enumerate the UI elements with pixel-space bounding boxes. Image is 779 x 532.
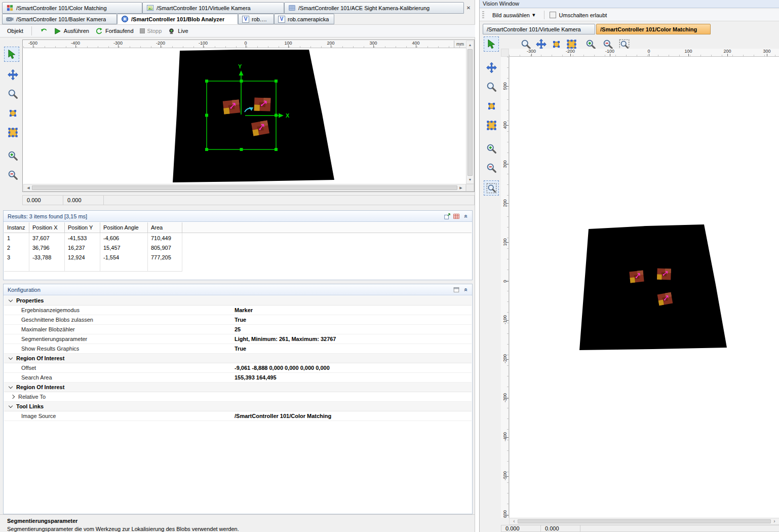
- stop-button[interactable]: Stopp: [140, 28, 162, 34]
- select-image-dropdown[interactable]: Bild auswählen ▾: [489, 10, 539, 20]
- vw-zoom-in-tool-button[interactable]: [485, 142, 498, 155]
- vw-zoom-out-tool-button[interactable]: [485, 161, 498, 174]
- toggle-allowed-checkbox[interactable]: [550, 12, 556, 18]
- column-header: Area: [148, 222, 182, 233]
- vw-hscrollbar[interactable]: ‹ ›: [509, 518, 779, 525]
- results-row-1[interactable]: 1 37,607 -41,533 -4,606 710,449: [4, 233, 472, 243]
- status-spacer: [104, 196, 474, 205]
- ruler-tick: 300: [502, 160, 508, 168]
- configuration-panel-header[interactable]: Konfiguration »: [4, 284, 472, 295]
- live-button[interactable]: Live: [168, 27, 188, 35]
- group-region-of-interest-2[interactable]: Region Of Interest: [4, 383, 472, 392]
- tab-rob-camerapicka[interactable]: V rob.camerapicka: [274, 14, 334, 24]
- property-value[interactable]: True: [235, 346, 246, 352]
- ruler-tick: 300: [763, 49, 770, 54]
- results-collapse-button[interactable]: »: [461, 212, 470, 221]
- tab-color-matching[interactable]: /SmartController 101/Color Matching: [2, 2, 142, 14]
- vw-roi-large-tool-button[interactable]: [485, 119, 498, 132]
- tab-virtuelle-kamera[interactable]: /SmartController 101/Virtuelle Kamera: [142, 2, 284, 14]
- cell: 12,924: [65, 252, 100, 262]
- vision-window-pane: Vision Window Bild auswählen ▾ Umschalte…: [479, 0, 779, 532]
- vision-window-toolbar: Bild auswählen ▾ Umschalten erlaubt: [480, 9, 779, 21]
- cell: 37,607: [29, 233, 65, 243]
- vw-select-tool-button[interactable]: [484, 36, 499, 52]
- tab-rob-main[interactable]: V rob.main: [238, 14, 274, 24]
- zoom-out-icon: [8, 170, 18, 180]
- ruler-tick: -600: [502, 511, 508, 518]
- results-table-view-button[interactable]: [452, 212, 461, 221]
- tab-virtuelle-kamera-view[interactable]: /SmartController 101/Virtuelle Kamera: [483, 24, 595, 34]
- pan-tool-button[interactable]: [5, 67, 20, 82]
- objekt-menu[interactable]: Objekt: [7, 28, 23, 34]
- property-value[interactable]: True: [235, 317, 246, 323]
- group-region-of-interest[interactable]: Region Of Interest: [4, 354, 472, 363]
- roi-small-tool-button[interactable]: [5, 105, 20, 121]
- hscroll-thumb[interactable]: [518, 519, 771, 523]
- tab-basler-kamera[interactable]: /SmartController 101/Basler Kamera: [2, 14, 117, 24]
- results-popout-button[interactable]: [443, 212, 452, 221]
- roi-large-tool-button[interactable]: [5, 125, 20, 140]
- canvas-hscrollbar[interactable]: ◀ ▶: [23, 184, 466, 192]
- configuration-collapse-button[interactable]: »: [461, 285, 470, 294]
- property-label: Search Area: [4, 374, 235, 381]
- scroll-left-arrow[interactable]: ‹: [511, 518, 518, 524]
- property-row-relative-to[interactable]: Relative To: [4, 392, 472, 402]
- magnifier-tool-button[interactable]: [5, 86, 20, 101]
- toolbar-grip[interactable]: [482, 11, 484, 19]
- zoom-in-icon: [486, 143, 497, 154]
- results-panel-header[interactable]: Results: 3 items found [3,15 ms] »: [4, 211, 472, 222]
- color-matching-icon: [6, 4, 14, 12]
- scroll-up-arrow[interactable]: ▲: [466, 43, 474, 47]
- toggle-allowed-label[interactable]: Umschalten erlaubt: [559, 12, 607, 18]
- results-row-3[interactable]: 3 -33,788 12,924 -1,554 777,205: [4, 252, 472, 262]
- results-table-header-row[interactable]: Instanz Position X Position Y Position A…: [4, 222, 472, 233]
- zoom-in-tool-button[interactable]: [5, 148, 20, 163]
- property-value[interactable]: Light, Minimum: 261, Maximum: 32767: [235, 336, 336, 342]
- tab-ace-sight-kalibrierung[interactable]: /SmartController 101/ACE Sight Kamera-Ka…: [284, 2, 464, 14]
- configuration-window-button[interactable]: [452, 285, 461, 294]
- vw-roi-small-tool-button[interactable]: [485, 99, 498, 112]
- property-row: Show Results Graphics True: [4, 344, 472, 354]
- run-button[interactable]: Ausführen: [54, 27, 89, 35]
- scroll-left-arrow[interactable]: ◀: [25, 184, 32, 191]
- popout-icon: [444, 213, 451, 220]
- help-text: Segmentierungsparameter die vom Werkzeug…: [7, 526, 468, 532]
- hscroll-thumb[interactable]: [32, 185, 457, 190]
- zoom-in-icon: [8, 150, 18, 161]
- group-properties[interactable]: Properties: [4, 296, 472, 306]
- property-value[interactable]: 155,393 164,495: [235, 374, 277, 381]
- status-spacer: [580, 525, 779, 531]
- property-value[interactable]: 25: [235, 326, 241, 332]
- magnifier-icon: [8, 89, 18, 99]
- group-tool-links[interactable]: Tool Links: [4, 402, 472, 411]
- property-grid: Properties Ergebnisanzeigemodus Marker G…: [4, 296, 472, 513]
- scroll-down-arrow[interactable]: ▼: [466, 178, 474, 181]
- ruler-tick: -100: [605, 49, 614, 54]
- scroll-right-arrow[interactable]: ›: [771, 518, 778, 524]
- select-arrow-icon: [7, 49, 17, 60]
- vscroll-thumb[interactable]: [468, 49, 473, 176]
- blob-analyzer-canvas[interactable]: Y X: [23, 48, 466, 184]
- scroll-right-arrow[interactable]: ▶: [457, 184, 464, 191]
- property-value[interactable]: Marker: [235, 307, 253, 313]
- chevron-down-icon: ▾: [532, 12, 535, 18]
- property-value[interactable]: /SmartController 101/Color Matching: [235, 413, 331, 419]
- tab-blob-analyzer[interactable]: /SmartController 101/Blob Analyzer: [117, 14, 238, 24]
- continuous-run-button[interactable]: Fortlaufend: [95, 27, 134, 35]
- property-value[interactable]: -9,061 -8,888 0,000 0,000 0,000 0,000: [235, 365, 330, 371]
- move-arrows-icon: [8, 69, 18, 80]
- results-row-2[interactable]: 2 36,796 16,237 15,457 805,907: [4, 243, 472, 252]
- vw-zoom-fit-tool-button[interactable]: [484, 180, 499, 196]
- tab-label: /SmartController 101/Virtuelle Kamera: [157, 5, 251, 11]
- zoom-out-tool-button[interactable]: [5, 167, 20, 182]
- canvas-vscrollbar[interactable]: ▲ ▼: [466, 41, 474, 184]
- select-tool-button[interactable]: [4, 47, 19, 62]
- window-icon: [453, 286, 460, 293]
- vw-magnifier-tool-button[interactable]: [485, 80, 498, 93]
- tab-color-matching-view[interactable]: /SmartController 101/Color Matching: [596, 24, 711, 34]
- cell: 2: [4, 243, 29, 252]
- close-tab-button[interactable]: ✕: [464, 3, 473, 12]
- vw-pan-tool-button[interactable]: [485, 61, 498, 74]
- undo-button[interactable]: [40, 27, 48, 35]
- color-matching-canvas[interactable]: [509, 57, 779, 518]
